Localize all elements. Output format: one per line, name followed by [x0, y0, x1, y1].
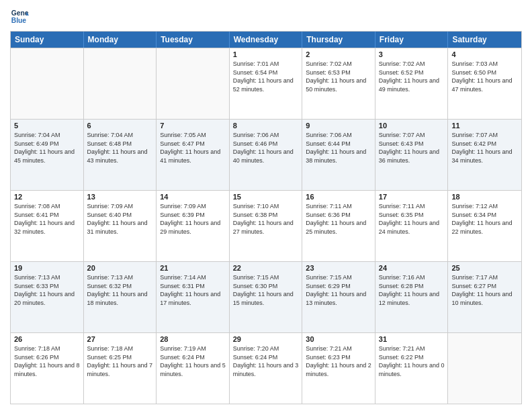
day-info: Sunrise: 7:14 AM Sunset: 6:31 PM Dayligh…	[160, 273, 226, 307]
day-cell-26: 26Sunrise: 7:18 AM Sunset: 6:26 PM Dayli…	[11, 333, 84, 404]
day-info: Sunrise: 7:13 AM Sunset: 6:33 PM Dayligh…	[14, 273, 80, 307]
calendar: Sunday Monday Tuesday Wednesday Thursday…	[10, 31, 522, 404]
day-info: Sunrise: 7:21 AM Sunset: 6:23 PM Dayligh…	[306, 345, 371, 378]
day-number: 17	[379, 193, 445, 201]
day-info: Sunrise: 7:15 AM Sunset: 6:30 PM Dayligh…	[233, 273, 299, 307]
day-cell-24: 24Sunrise: 7:16 AM Sunset: 6:28 PM Dayli…	[375, 262, 449, 332]
day-cell-21: 21Sunrise: 7:14 AM Sunset: 6:31 PM Dayli…	[157, 262, 230, 332]
day-cell-8: 8Sunrise: 7:06 AM Sunset: 6:46 PM Daylig…	[230, 120, 303, 190]
day-cell-20: 20Sunrise: 7:13 AM Sunset: 6:32 PM Dayli…	[84, 262, 157, 332]
day-info: Sunrise: 7:05 AM Sunset: 6:47 PM Dayligh…	[160, 131, 226, 165]
day-number: 28	[160, 335, 226, 343]
day-number: 2	[306, 50, 371, 58]
day-info: Sunrise: 7:07 AM Sunset: 6:43 PM Dayligh…	[379, 131, 445, 165]
day-info: Sunrise: 7:09 AM Sunset: 6:40 PM Dayligh…	[87, 202, 153, 236]
empty-cell	[84, 48, 157, 119]
day-number: 14	[160, 193, 226, 201]
page: General Blue Sunday Monday Tuesday Wedne…	[0, 0, 532, 411]
day-number: 23	[306, 264, 371, 272]
header-monday: Monday	[84, 32, 157, 48]
day-number: 25	[451, 264, 518, 272]
day-cell-29: 29Sunrise: 7:20 AM Sunset: 6:24 PM Dayli…	[230, 333, 303, 404]
day-cell-4: 4Sunrise: 7:03 AM Sunset: 6:50 PM Daylig…	[448, 48, 521, 119]
day-cell-11: 11Sunrise: 7:07 AM Sunset: 6:42 PM Dayli…	[448, 120, 521, 190]
week-row-5: 26Sunrise: 7:18 AM Sunset: 6:26 PM Dayli…	[11, 332, 521, 404]
day-info: Sunrise: 7:06 AM Sunset: 6:44 PM Dayligh…	[306, 131, 371, 165]
day-cell-2: 2Sunrise: 7:02 AM Sunset: 6:53 PM Daylig…	[302, 48, 375, 119]
day-number: 16	[306, 193, 371, 201]
day-headers: Sunday Monday Tuesday Wednesday Thursday…	[11, 32, 521, 48]
header-friday: Friday	[375, 32, 449, 48]
day-number: 6	[87, 122, 153, 130]
svg-text:Blue: Blue	[11, 17, 27, 24]
day-info: Sunrise: 7:16 AM Sunset: 6:28 PM Dayligh…	[379, 273, 445, 307]
empty-cell	[11, 48, 84, 119]
day-number: 21	[160, 264, 226, 272]
day-info: Sunrise: 7:03 AM Sunset: 6:50 PM Dayligh…	[451, 60, 518, 93]
day-info: Sunrise: 7:18 AM Sunset: 6:26 PM Dayligh…	[14, 345, 80, 378]
day-info: Sunrise: 7:17 AM Sunset: 6:27 PM Dayligh…	[451, 273, 518, 307]
week-row-4: 19Sunrise: 7:13 AM Sunset: 6:33 PM Dayli…	[11, 261, 521, 332]
day-cell-14: 14Sunrise: 7:09 AM Sunset: 6:39 PM Dayli…	[157, 191, 230, 261]
day-cell-10: 10Sunrise: 7:07 AM Sunset: 6:43 PM Dayli…	[375, 120, 449, 190]
day-cell-27: 27Sunrise: 7:18 AM Sunset: 6:25 PM Dayli…	[84, 333, 157, 404]
day-cell-7: 7Sunrise: 7:05 AM Sunset: 6:47 PM Daylig…	[157, 120, 230, 190]
day-info: Sunrise: 7:20 AM Sunset: 6:24 PM Dayligh…	[233, 345, 299, 378]
day-info: Sunrise: 7:15 AM Sunset: 6:29 PM Dayligh…	[306, 273, 371, 307]
day-cell-23: 23Sunrise: 7:15 AM Sunset: 6:29 PM Dayli…	[302, 262, 375, 332]
header-thursday: Thursday	[302, 32, 375, 48]
day-cell-3: 3Sunrise: 7:02 AM Sunset: 6:52 PM Daylig…	[375, 48, 449, 119]
day-info: Sunrise: 7:11 AM Sunset: 6:35 PM Dayligh…	[379, 202, 445, 236]
day-info: Sunrise: 7:08 AM Sunset: 6:41 PM Dayligh…	[14, 202, 80, 236]
day-cell-16: 16Sunrise: 7:11 AM Sunset: 6:36 PM Dayli…	[302, 191, 375, 261]
logo: General Blue	[10, 7, 29, 26]
day-number: 11	[451, 122, 518, 130]
day-cell-22: 22Sunrise: 7:15 AM Sunset: 6:30 PM Dayli…	[230, 262, 303, 332]
empty-cell	[157, 48, 230, 119]
day-number: 10	[379, 122, 445, 130]
day-cell-19: 19Sunrise: 7:13 AM Sunset: 6:33 PM Dayli…	[11, 262, 84, 332]
day-number: 27	[87, 335, 153, 343]
day-number: 1	[233, 50, 299, 58]
day-info: Sunrise: 7:06 AM Sunset: 6:46 PM Dayligh…	[233, 131, 299, 165]
week-row-1: 1Sunrise: 7:01 AM Sunset: 6:54 PM Daylig…	[11, 48, 521, 119]
day-number: 31	[379, 335, 445, 343]
day-number: 22	[233, 264, 299, 272]
day-info: Sunrise: 7:12 AM Sunset: 6:34 PM Dayligh…	[451, 202, 518, 236]
day-number: 12	[14, 193, 80, 201]
day-cell-6: 6Sunrise: 7:04 AM Sunset: 6:48 PM Daylig…	[84, 120, 157, 190]
empty-cell	[448, 333, 521, 404]
day-info: Sunrise: 7:09 AM Sunset: 6:39 PM Dayligh…	[160, 202, 226, 236]
day-cell-18: 18Sunrise: 7:12 AM Sunset: 6:34 PM Dayli…	[448, 191, 521, 261]
day-number: 13	[87, 193, 153, 201]
day-cell-30: 30Sunrise: 7:21 AM Sunset: 6:23 PM Dayli…	[302, 333, 375, 404]
day-cell-31: 31Sunrise: 7:21 AM Sunset: 6:22 PM Dayli…	[375, 333, 449, 404]
day-cell-9: 9Sunrise: 7:06 AM Sunset: 6:44 PM Daylig…	[302, 120, 375, 190]
day-number: 4	[451, 50, 518, 58]
header-wednesday: Wednesday	[230, 32, 303, 48]
day-number: 24	[379, 264, 445, 272]
day-cell-13: 13Sunrise: 7:09 AM Sunset: 6:40 PM Dayli…	[84, 191, 157, 261]
day-cell-17: 17Sunrise: 7:11 AM Sunset: 6:35 PM Dayli…	[375, 191, 449, 261]
day-info: Sunrise: 7:04 AM Sunset: 6:48 PM Dayligh…	[87, 131, 153, 165]
day-info: Sunrise: 7:02 AM Sunset: 6:53 PM Dayligh…	[306, 60, 371, 93]
header-saturday: Saturday	[448, 32, 521, 48]
logo-icon: General Blue	[10, 7, 29, 26]
svg-text:General: General	[11, 9, 29, 17]
day-number: 8	[233, 122, 299, 130]
day-number: 5	[14, 122, 80, 130]
day-info: Sunrise: 7:19 AM Sunset: 6:24 PM Dayligh…	[160, 345, 226, 378]
day-number: 29	[233, 335, 299, 343]
day-info: Sunrise: 7:02 AM Sunset: 6:52 PM Dayligh…	[379, 60, 445, 93]
day-info: Sunrise: 7:01 AM Sunset: 6:54 PM Dayligh…	[233, 60, 299, 93]
day-info: Sunrise: 7:18 AM Sunset: 6:25 PM Dayligh…	[87, 345, 153, 378]
day-info: Sunrise: 7:04 AM Sunset: 6:49 PM Dayligh…	[14, 131, 80, 165]
day-info: Sunrise: 7:21 AM Sunset: 6:22 PM Dayligh…	[379, 345, 445, 378]
day-number: 26	[14, 335, 80, 343]
day-info: Sunrise: 7:10 AM Sunset: 6:38 PM Dayligh…	[233, 202, 299, 236]
header: General Blue	[10, 7, 522, 26]
header-tuesday: Tuesday	[157, 32, 230, 48]
day-cell-12: 12Sunrise: 7:08 AM Sunset: 6:41 PM Dayli…	[11, 191, 84, 261]
day-number: 3	[379, 50, 445, 58]
day-number: 15	[233, 193, 299, 201]
